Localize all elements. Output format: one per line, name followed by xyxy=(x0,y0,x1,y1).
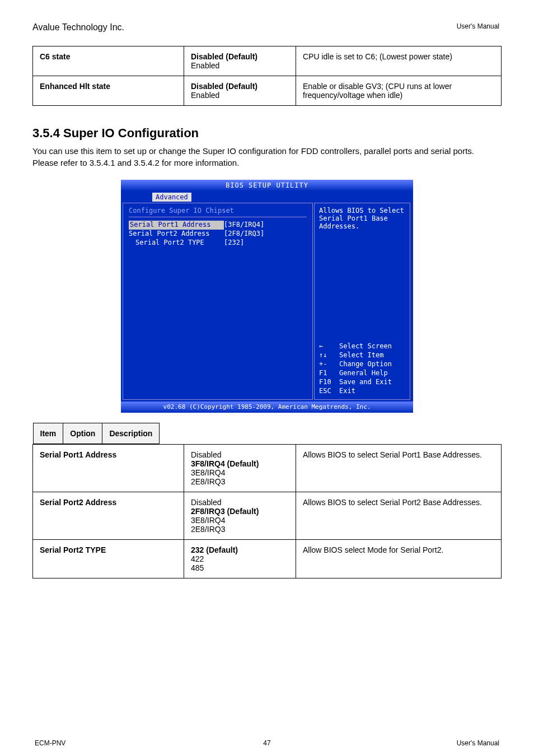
bios-key: F1 xyxy=(319,369,339,378)
table-cell-item: Serial Port1 Address xyxy=(33,445,184,492)
page-number: 47 xyxy=(263,739,270,747)
bios-key-action: General Help xyxy=(339,369,388,378)
bios-screenshot: BIOS SETUP UTILITY Advanced Configure Su… xyxy=(121,180,413,413)
header-manual: User's Manual xyxy=(457,22,499,30)
bios-key: +- xyxy=(319,360,339,369)
bios-setting-value: [232] xyxy=(224,239,244,248)
bios-key-row: ↑↓Select Item xyxy=(319,351,405,360)
table-cell-description: Allows BIOS to select Serial Port1 Base … xyxy=(296,445,502,492)
bios-titlebar: BIOS SETUP UTILITY xyxy=(121,180,413,191)
bios-body: Configure Super IO Chipset Serial Port1 … xyxy=(121,201,413,402)
bios-divider xyxy=(129,217,307,217)
bios-key-row: F10Save and Exit xyxy=(319,378,405,387)
table-row: C6 stateDisabled (Default)EnabledCPU idl… xyxy=(33,46,502,76)
table-cell-option: 232 (Default)422485 xyxy=(184,540,296,578)
table-cell-option: Disabled3F8/IRQ4 (Default)3E8/IRQ42E8/IR… xyxy=(184,445,296,492)
bios-key-row: +-Change Option xyxy=(319,360,405,369)
table-cell-description: Allows BIOS to select Serial Port2 Base … xyxy=(296,492,502,540)
table-cell-item: Serial Port2 Address xyxy=(33,492,184,540)
bios-key: ESC xyxy=(319,387,339,396)
bios-key: ↑↓ xyxy=(319,351,339,360)
bios-setting-label: Serial Port2 TYPE xyxy=(129,239,224,248)
bios-heading: Configure Super IO Chipset xyxy=(129,207,307,214)
bios-key: ← xyxy=(319,342,339,351)
bios-key-row: ←Select Screen xyxy=(319,342,405,351)
table-cell-item: Enhanced Hlt state xyxy=(33,76,184,106)
bios-tab-advanced[interactable]: Advanced xyxy=(152,193,191,202)
bios-setting-value: [2F8/IRQ3] xyxy=(224,230,264,239)
table-row: Serial Port1 AddressDisabled3F8/IRQ4 (De… xyxy=(33,445,502,492)
section-paragraph: You can use this item to set up or chang… xyxy=(32,145,502,169)
bios-key-row: ESCExit xyxy=(319,387,405,396)
bios-tabbar: Advanced xyxy=(121,191,413,201)
table-row: Serial Port2 TYPE232 (Default)422485Allo… xyxy=(33,540,502,578)
bios-key-action: Save and Exit xyxy=(339,378,392,387)
bios-key: F10 xyxy=(319,378,339,387)
bios-key-action: Change Option xyxy=(339,360,392,369)
table-cell-description: CPU idle is set to C6; (Lowest power sta… xyxy=(296,46,502,76)
footer-manual: User's Manual xyxy=(457,739,499,747)
table-cell-option: Disabled (Default)Enabled xyxy=(184,76,296,106)
bios-key-legend: ←Select Screen↑↓Select Item+-Change Opti… xyxy=(319,342,405,396)
table-cell-item: Serial Port2 TYPE xyxy=(33,540,184,578)
bios-key-row: F1General Help xyxy=(319,369,405,378)
footer-model: ECM-PNV xyxy=(35,739,65,747)
bios-key-action: Exit xyxy=(339,387,355,396)
bios-setting-row[interactable]: Serial Port2 Address[2F8/IRQ3] xyxy=(129,230,307,239)
bios-key-action: Select Screen xyxy=(339,342,392,351)
bios-setting-row[interactable]: Serial Port1 Address[3F8/IRQ4] xyxy=(129,221,307,230)
table-cell-option: Disabled (Default)Enabled xyxy=(184,46,296,76)
bios-key-action: Select Item xyxy=(339,351,383,360)
bios-help-text: Allows BIOS to Select Serial Port1 Base … xyxy=(319,207,405,230)
bios-setting-label: Serial Port1 Address xyxy=(129,221,224,230)
table-cell-description: Enable or disable GV3; (CPU runs at lowe… xyxy=(296,76,502,106)
page-header: Avalue Technology Inc. User's Manual xyxy=(32,22,502,36)
options-table-1: C6 stateDisabled (Default)EnabledCPU idl… xyxy=(32,46,502,106)
table-cell-option: Disabled2F8/IRQ3 (Default)3E8/IRQ42E8/IR… xyxy=(184,492,296,540)
table-cell-description: Allow BIOS select Mode for Serial Port2. xyxy=(296,540,502,578)
header-company: Avalue Technology Inc. xyxy=(32,22,124,32)
table-header-cell: Description xyxy=(102,423,160,444)
bios-right-pane: Allows BIOS to Select Serial Port1 Base … xyxy=(314,203,410,400)
section-title: 3.5.4 Super IO Configuration xyxy=(32,126,502,141)
table-cell-item: C6 state xyxy=(33,46,184,76)
bios-setting-value: [3F8/IRQ4] xyxy=(224,221,264,230)
options-table-2: ItemOptionDescription Serial Port1 Addre… xyxy=(32,423,502,578)
bios-footer: v02.68 (C)Copyright 1985-2009, American … xyxy=(121,402,413,413)
table-header-cell: Option xyxy=(63,423,102,444)
bios-setting-row[interactable]: Serial Port2 TYPE[232] xyxy=(129,239,307,248)
table-row: Enhanced Hlt stateDisabled (Default)Enab… xyxy=(33,76,502,106)
bios-setting-label: Serial Port2 Address xyxy=(129,230,224,239)
table-header-cell: Item xyxy=(33,423,63,444)
bios-left-pane: Configure Super IO Chipset Serial Port1 … xyxy=(123,203,313,400)
table-row: Serial Port2 AddressDisabled2F8/IRQ3 (De… xyxy=(33,492,502,540)
